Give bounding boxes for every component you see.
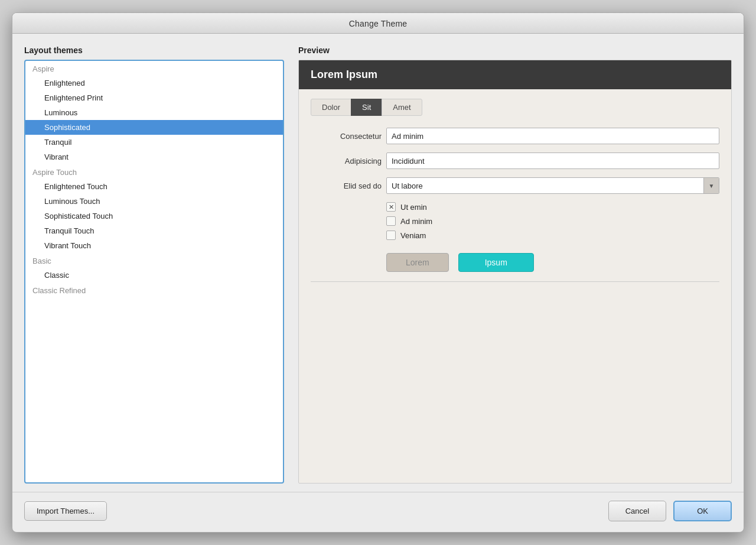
theme-group-aspire-touch: Aspire Touch bbox=[25, 164, 283, 179]
theme-item-classic[interactable]: Classic bbox=[25, 268, 283, 283]
lorem-button[interactable]: Lorem bbox=[386, 253, 449, 272]
theme-item-enlightened-touch[interactable]: Enlightened Touch bbox=[25, 179, 283, 194]
theme-list[interactable]: AspireEnlightenedEnlightened PrintLumino… bbox=[24, 60, 284, 484]
theme-group-aspire: Aspire bbox=[25, 61, 283, 76]
preview-tab-amet[interactable]: Amet bbox=[382, 99, 422, 116]
form-row-elid: Elid sed do Ut labore ▼ bbox=[311, 177, 719, 194]
theme-group-classic-refined: Classic Refined bbox=[25, 283, 283, 297]
theme-item-tranquil[interactable]: Tranquil bbox=[25, 135, 283, 150]
preview-tab-dolor[interactable]: Dolor bbox=[311, 99, 351, 116]
preview-separator bbox=[311, 281, 719, 282]
left-panel: Layout themes AspireEnlightenedEnlighten… bbox=[24, 46, 284, 484]
cancel-button[interactable]: Cancel bbox=[608, 501, 666, 521]
change-theme-dialog: Change Theme Layout themes AspireEnlight… bbox=[12, 12, 744, 533]
checkbox-group: ✕ Ut emin Ad minim Veniam bbox=[311, 202, 719, 240]
preview-header: Lorem Ipsum bbox=[299, 60, 731, 89]
right-panel: Preview Lorem Ipsum DolorSitAmet Consect… bbox=[298, 46, 732, 484]
label-elid: Elid sed do bbox=[311, 181, 382, 190]
select-arrow-icon[interactable]: ▼ bbox=[703, 177, 719, 194]
label-adipisicing: Adipisicing bbox=[311, 157, 382, 166]
footer-right-buttons: Cancel OK bbox=[608, 501, 732, 521]
checkbox-label-ut-emin: Ut emin bbox=[400, 203, 427, 212]
select-ut-labore[interactable]: Ut labore ▼ bbox=[386, 177, 719, 194]
theme-item-enlightened-print[interactable]: Enlightened Print bbox=[25, 90, 283, 105]
ok-button[interactable]: OK bbox=[673, 501, 732, 521]
input-ad-minim[interactable] bbox=[386, 128, 719, 144]
input-incididunt[interactable] bbox=[386, 153, 719, 169]
title-text: Change Theme bbox=[349, 19, 408, 28]
checkbox-veniam[interactable]: Veniam bbox=[386, 231, 719, 240]
checkbox-label-ad-minim: Ad minim bbox=[400, 217, 432, 226]
theme-item-sophisticated[interactable]: Sophisticated bbox=[25, 120, 283, 135]
theme-item-vibrant[interactable]: Vibrant bbox=[25, 150, 283, 164]
theme-item-tranquil-touch[interactable]: Tranquil Touch bbox=[25, 223, 283, 238]
select-value: Ut labore bbox=[387, 181, 703, 190]
theme-item-vibrant-touch[interactable]: Vibrant Touch bbox=[25, 238, 283, 253]
preview-button-row: Lorem Ipsum bbox=[311, 253, 719, 272]
form-row-adipisicing: Adipisicing bbox=[311, 153, 719, 169]
ipsum-button[interactable]: Ipsum bbox=[458, 253, 534, 272]
theme-item-enlightened[interactable]: Enlightened bbox=[25, 76, 283, 90]
form-row-consectetur: Consectetur bbox=[311, 128, 719, 144]
theme-item-sophisticated-touch[interactable]: Sophisticated Touch bbox=[25, 209, 283, 223]
checkbox-label-veniam: Veniam bbox=[400, 231, 426, 240]
checkbox-ad-minim[interactable]: Ad minim bbox=[386, 216, 719, 226]
dialog-title: Change Theme bbox=[12, 13, 744, 34]
preview-box: Lorem Ipsum DolorSitAmet Consectetur Adi… bbox=[298, 60, 732, 484]
preview-tab-sit[interactable]: Sit bbox=[351, 99, 382, 116]
theme-item-luminous[interactable]: Luminous bbox=[25, 105, 283, 120]
checkbox-ut-emin[interactable]: ✕ Ut emin bbox=[386, 202, 719, 212]
layout-themes-title: Layout themes bbox=[24, 46, 284, 55]
checkbox-icon-ad-minim[interactable] bbox=[386, 216, 396, 226]
form-area: Consectetur Adipisicing Elid sed do Ut l… bbox=[311, 128, 719, 272]
preview-title: Preview bbox=[298, 46, 732, 55]
checkbox-icon-ut-emin[interactable]: ✕ bbox=[386, 202, 396, 212]
preview-tabs: DolorSitAmet bbox=[311, 99, 719, 116]
theme-group-basic: Basic bbox=[25, 253, 283, 268]
preview-content: DolorSitAmet Consectetur Adipisicing Eli… bbox=[299, 89, 731, 291]
theme-item-luminous-touch[interactable]: Luminous Touch bbox=[25, 194, 283, 209]
import-themes-button[interactable]: Import Themes... bbox=[24, 501, 107, 521]
dialog-footer: Import Themes... Cancel OK bbox=[12, 492, 744, 532]
checkbox-icon-veniam[interactable] bbox=[386, 231, 396, 240]
dialog-body: Layout themes AspireEnlightenedEnlighten… bbox=[12, 34, 744, 489]
label-consectetur: Consectetur bbox=[311, 132, 382, 141]
